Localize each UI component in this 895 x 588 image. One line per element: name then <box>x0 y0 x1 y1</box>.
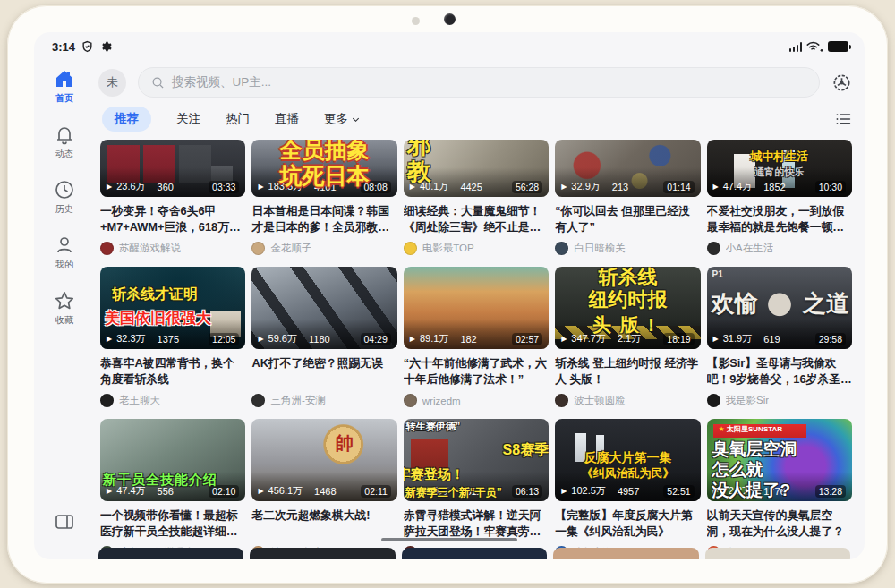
video-duration: 13:28 <box>815 485 846 498</box>
danmaku-count: 1468 <box>314 486 336 497</box>
video-thumbnail: ▶ 23.6万 360 03:33 <box>100 140 245 197</box>
thumbnail-text: 欢愉 <box>712 291 758 317</box>
thumbnail-text: 没人提了? <box>712 481 791 499</box>
video-card[interactable]: ▶ 23.6万 360 03:33 一秒变异！夺舍6头6甲+M7+AWM+巨浪，… <box>100 140 245 255</box>
main-panel: 未 搜索视频、UP主... 推荐 关注 热门 直播 <box>95 55 865 559</box>
video-card[interactable]: 城中村生活通宵的快乐 ▶ 47.4万 1852 10:30 不爱社交没朋友，一到… <box>707 140 852 255</box>
sidebar-item-label: 历史 <box>55 203 73 216</box>
thumbnail-text: 太阳星SUNSTAR <box>719 426 782 434</box>
sidebar-item-favorites[interactable]: 收藏 <box>54 290 75 327</box>
thumbnail-text: 坑死日本 <box>251 163 396 188</box>
user-avatar[interactable]: 未 <box>98 69 126 97</box>
uploader-row[interactable]: 我是影Sir <box>707 394 852 407</box>
settings-status-icon <box>99 40 112 53</box>
uploader-row[interactable]: 电影最TOP <box>404 242 549 255</box>
video-duration: 29:58 <box>815 333 846 345</box>
video-title: “六十年前他修满了武术，六十年后他修满了法术！” <box>404 355 549 388</box>
shield-icon <box>81 40 93 53</box>
uploader-name: 我是影Sir <box>726 394 770 407</box>
view-count: 47.4万 <box>723 180 752 193</box>
danmaku-count: 1852 <box>763 182 785 192</box>
uploader-row[interactable]: 苏醒游戏解说 <box>100 242 245 255</box>
video-card[interactable]: ▶ 59.6万 1180 04:29 AK打不了绝密？照踢无误 三角洲-安澜 <box>251 267 396 407</box>
video-card[interactable]: ▶ 89.1万 182 02:57 “六十年前他修满了武术，六十年后他修满了法术… <box>404 267 549 407</box>
sidebar-item-history[interactable]: 历史 <box>54 179 75 216</box>
sidebar-item-mine[interactable]: 我的 <box>54 234 75 271</box>
video-thumbnail: ▶ 59.6万 1180 04:29 <box>251 267 396 349</box>
danmaku-count: 619 <box>763 334 780 345</box>
uploader-row[interactable]: 白日暗榆关 <box>555 242 700 255</box>
play-count-icon: ▶ <box>561 183 567 191</box>
list-view-icon[interactable] <box>834 111 852 127</box>
category-tabs: 推荐 关注 热门 直播 更多 <box>98 107 852 132</box>
uploader-row[interactable]: 小A在生活 <box>707 242 852 255</box>
video-title: 一个视频带你看懂！最超标医疗新干员全技能超详细解析！ <box>100 507 245 541</box>
tab-recommended[interactable]: 推荐 <box>102 107 151 132</box>
play-count-icon: ▶ <box>713 183 719 191</box>
video-card[interactable]: 斩杀线纽约时报头版! ▶ 347.7万 2.1万 18:19 斩杀线 登上纽约时… <box>555 267 700 407</box>
peek-thumbnail <box>705 548 850 559</box>
thumbnail-text: 通宵的快乐 <box>707 166 852 177</box>
tab-more-label: 更多 <box>324 111 348 127</box>
video-thumbnail: 全员抽象坑死日本 ▶ 183.5万 4101 08:08 <box>251 140 396 197</box>
uploader-name: 金花顺子 <box>270 242 311 255</box>
uploader-row[interactable]: wrizedm <box>404 394 549 407</box>
video-card[interactable]: 邪教 ▶ 40.1万 4425 56:28 细读经典：大量魔鬼细节！《周处除三害… <box>404 140 549 255</box>
search-bar[interactable]: 搜索视频、UP主... <box>138 67 820 98</box>
uploader-name: 波士顿圆脸 <box>574 394 626 407</box>
video-card[interactable]: 反腐大片第一集《纠风治乱为民》 ▶ 102.5万 4957 52:51 【完整版… <box>555 419 700 559</box>
home-indicator[interactable] <box>381 538 517 541</box>
thumbnail-text: 《纠风治乱为民》 <box>555 467 700 481</box>
video-grid: ▶ 23.6万 360 03:33 一秒变异！夺舍6头6甲+M7+AWM+巨浪，… <box>98 138 852 559</box>
next-row-peek <box>98 548 850 559</box>
video-card[interactable]: P1欢愉之道 ▶ 31.9万 619 29:58 【影Sir】圣母请与我偷欢吧！… <box>707 267 852 407</box>
split-view-button[interactable] <box>54 511 75 533</box>
uploader-name: 老王聊天 <box>119 394 160 407</box>
uploader-name: 苏醒游戏解说 <box>119 242 181 255</box>
video-title: 恭喜牢A被四常背书，换个角度看斩杀线 <box>100 355 245 388</box>
uploader-avatar <box>555 394 568 407</box>
video-card[interactable]: 帥 ▶ 456.1万 1468 02:11 老二次元超燃象棋大战! 神奇的老皮 <box>251 419 396 559</box>
video-duration: 02:11 <box>361 485 391 498</box>
view-count: 32.3万 <box>116 332 145 345</box>
thumbnail-text: 头版! <box>555 314 700 336</box>
view-count: 32.9万 <box>571 180 600 193</box>
thumbnail-text: 美国依旧很强大 <box>105 310 211 327</box>
uploader-avatar <box>251 242 265 255</box>
video-card[interactable]: 新干员全技能介绍 ▶ 47.4万 556 02:10 一个视频带你看懂！最超标医… <box>100 419 245 559</box>
video-card[interactable]: ▶ 32.9万 213 01:14 “你可以回去 但那里已经没有人了” 白日暗榆… <box>555 140 700 255</box>
uploader-row[interactable]: 老王聊天 <box>100 394 245 407</box>
video-title: 以前天天宣传的臭氧层空洞，现在为什么没人提了？ <box>707 507 852 541</box>
peek-thumbnail <box>553 548 698 559</box>
uploader-name: 白日暗榆关 <box>574 242 626 255</box>
video-thumbnail: 斩杀线纽约时报头版! ▶ 347.7万 2.1万 18:19 <box>555 267 700 349</box>
thumbnail-text: 斩杀线才证明 <box>112 286 198 303</box>
video-title: 不爱社交没朋友，一到放假最幸福的就是先饱餐一顿，再去网吧通宵 <box>707 203 852 236</box>
tab-following[interactable]: 关注 <box>176 111 200 127</box>
app-screen: 3:14 <box>34 32 865 559</box>
person-icon <box>54 234 75 256</box>
peek-thumbnail <box>250 548 395 559</box>
uploader-avatar <box>100 394 114 407</box>
video-card[interactable]: 全员抽象坑死日本 ▶ 183.5万 4101 08:08 日本首相是日本间谍？韩… <box>251 140 396 255</box>
tab-more[interactable]: 更多 <box>324 111 361 127</box>
sidebar-item-label: 动态 <box>55 148 73 160</box>
video-card[interactable]: 太阳星SUNSTAR臭氧层空洞怎么就没人提了? ▶ 72.2万 1776 13:… <box>707 419 852 559</box>
video-thumbnail: 太阳星SUNSTAR臭氧层空洞怎么就没人提了? ▶ 72.2万 1776 13:… <box>707 419 852 501</box>
thumbnail-text: 城中村生活 <box>707 150 852 164</box>
game-center-icon[interactable] <box>831 72 852 93</box>
uploader-row[interactable]: 波士顿圆脸 <box>555 394 700 407</box>
sidebar-item-home[interactable]: 首页 <box>54 68 75 105</box>
sidebar: 首页 动态 历史 我的 <box>34 55 95 559</box>
video-card[interactable]: 斩杀线才证明美国依旧很强大 ▶ 32.3万 1375 12:05 恭喜牢A被四常… <box>100 267 245 407</box>
play-count-icon: ▶ <box>561 336 567 343</box>
tab-live[interactable]: 直播 <box>275 111 299 127</box>
front-camera <box>444 13 456 25</box>
sidebar-item-moments[interactable]: 动态 <box>54 124 75 160</box>
danmaku-count: 4957 <box>618 486 639 497</box>
video-title: 斩杀线 登上纽约时报 经济学人 头版！ <box>555 355 700 388</box>
thumbnail-text: 帥 <box>335 433 353 453</box>
tab-hot[interactable]: 热门 <box>226 111 250 127</box>
uploader-row[interactable]: 金花顺子 <box>251 242 396 255</box>
uploader-row[interactable]: 三角洲-安澜 <box>251 394 396 407</box>
